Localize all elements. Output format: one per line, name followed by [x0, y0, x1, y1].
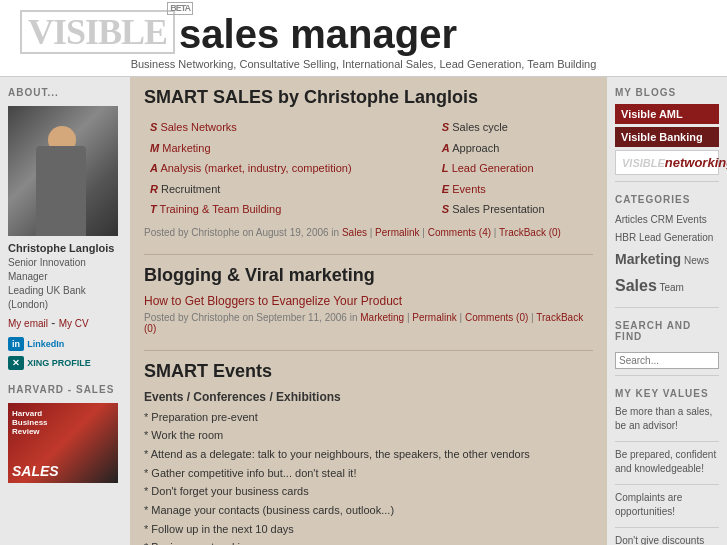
search-section: SEARCH AND FIND — [615, 320, 719, 369]
logo-visible: BETA VISIBLE — [20, 10, 175, 54]
net-text: networking — [665, 155, 727, 170]
comments-2[interactable]: Comments (0) — [465, 312, 528, 323]
training-link[interactable]: Training & Team Building — [160, 203, 282, 215]
list-item: * Preparation pre-event — [144, 408, 593, 427]
categories-section: CATEGORIES Articles CRM Events HBR Lead … — [615, 194, 719, 301]
visible-networking-link[interactable]: VISIBLEnetworking — [615, 150, 719, 175]
list-item: * Don't forget your business cards — [144, 482, 593, 501]
value-4: Don't give discounts too quickly! — [615, 534, 719, 545]
linkedin-label: LinkedIn — [27, 339, 64, 349]
list-item: * Gather competitive info but... don't s… — [144, 464, 593, 483]
about-label: ABOUT... — [8, 87, 122, 98]
permalink-1[interactable]: Permalink — [375, 227, 419, 238]
separator-2 — [144, 350, 593, 351]
marketing-cat-link[interactable]: Marketing — [360, 312, 404, 323]
cat-news[interactable]: News — [684, 255, 709, 266]
main-content: SMART SALES by Christophe Langlois S Sal… — [130, 77, 607, 545]
profile-title: Senior Innovation Manager Leading UK Ban… — [8, 256, 122, 312]
harvard-label: HARVARD - SALES — [8, 384, 122, 395]
value-3: Complaints are opportunities! — [615, 491, 719, 519]
values-section: MY KEY VALUES Be more than a sales, be a… — [615, 388, 719, 545]
comments-1[interactable]: Comments (4) — [428, 227, 491, 238]
cat-articles[interactable]: Articles — [615, 214, 648, 225]
visible-banking-link[interactable]: Visible Banking — [615, 127, 719, 147]
linkedin-area: in LinkedIn — [8, 334, 122, 351]
value-2: Be prepared, confident and knowledgeable… — [615, 448, 719, 476]
table-row: R Recruitment E Events — [146, 180, 591, 199]
harvard-image: HarvardBusinessReview SALES — [8, 403, 118, 483]
left-sidebar: ABOUT... Christophe Langlois Senior Inno… — [0, 77, 130, 545]
profile-photo — [8, 106, 118, 236]
marketing-link[interactable]: Marketing — [162, 142, 210, 154]
events-list: * Preparation pre-event * Work the room … — [144, 408, 593, 546]
layout: ABOUT... Christophe Langlois Senior Inno… — [0, 77, 727, 545]
xing-area: ✕ XING PROFILE — [8, 354, 122, 370]
cat-hbr[interactable]: HBR — [615, 232, 636, 243]
lead-gen-link[interactable]: Lead Generation — [452, 162, 534, 174]
category-links: Articles CRM Events HBR Lead Generation … — [615, 211, 719, 301]
cat-lead-gen[interactable]: Lead Generation — [639, 232, 714, 243]
header: BETA VISIBLE sales manager Business Netw… — [0, 0, 727, 77]
harvard-section: HARVARD - SALES HarvardBusinessReview SA… — [8, 384, 122, 483]
smart-sales-title: SMART SALES by Christophe Langlois — [144, 87, 593, 108]
val-div-1 — [615, 441, 719, 442]
separator-1 — [144, 254, 593, 255]
smart-table: S Sales Networks S Sales cycle M Marketi… — [144, 116, 593, 221]
categories-label: CATEGORIES — [615, 194, 719, 205]
events-subtitle: Events / Conferences / Exhibitions — [144, 390, 593, 404]
my-key-values-label: MY KEY VALUES — [615, 388, 719, 399]
my-blogs-label: MY BLOGS — [615, 87, 719, 98]
list-item: * Manage your contacts (business cards, … — [144, 501, 593, 520]
table-row: A Analysis (market, industry, competitio… — [146, 159, 591, 178]
value-1: Be more than a sales, be an advisor! — [615, 405, 719, 433]
harvard-sales-text: SALES — [12, 463, 59, 479]
profile-figure — [36, 146, 86, 236]
xing-label: XING PROFILE — [27, 358, 91, 368]
search-label: SEARCH AND FIND — [615, 320, 719, 342]
search-input[interactable] — [615, 352, 719, 369]
permalink-2[interactable]: Permalink — [412, 312, 456, 323]
smart-sales-section: SMART SALES by Christophe Langlois S Sal… — [144, 87, 593, 238]
cv-link[interactable]: My CV — [59, 318, 89, 329]
smart-post-meta: Posted by Christophe on August 19, 2006 … — [144, 227, 593, 238]
tagline: Business Networking, Consultative Sellin… — [20, 58, 707, 70]
list-item: * Business networking — [144, 538, 593, 545]
val-div-3 — [615, 527, 719, 528]
blogging-title: Blogging & Viral marketing — [144, 265, 593, 286]
profile-links: My email - My CV — [8, 316, 122, 330]
xing-badge[interactable]: ✕ — [8, 356, 24, 370]
cat-sales[interactable]: Sales — [615, 277, 657, 294]
trackback-1[interactable]: TrackBack (0) — [499, 227, 561, 238]
analysis-link[interactable]: Analysis (market, industry, competition) — [160, 162, 351, 174]
val-div-2 — [615, 484, 719, 485]
cat-events[interactable]: Events — [676, 214, 707, 225]
table-row: T Training & Team Building S Sales Prese… — [146, 200, 591, 219]
logo-area: BETA VISIBLE sales manager — [20, 10, 707, 54]
harvard-text: HarvardBusinessReview — [12, 409, 48, 436]
cat-team[interactable]: Team — [659, 282, 683, 293]
cat-crm[interactable]: CRM — [651, 214, 674, 225]
vis-text: VISIBLE — [622, 157, 665, 169]
email-link[interactable]: My email — [8, 318, 48, 329]
divider-2 — [615, 307, 719, 308]
blogging-section: Blogging & Viral marketing How to Get Bl… — [144, 265, 593, 334]
table-row: S Sales Networks S Sales cycle — [146, 118, 591, 137]
sales-networks-link[interactable]: Sales Networks — [160, 121, 236, 133]
divider-3 — [615, 375, 719, 376]
cat-marketing[interactable]: Marketing — [615, 251, 681, 267]
beta-tag: BETA — [167, 2, 193, 15]
linkedin-badge[interactable]: in — [8, 337, 24, 351]
events-link[interactable]: Events — [452, 183, 486, 195]
blogging-post-meta: Posted by Christophe on September 11, 20… — [144, 312, 593, 334]
blogging-article-link[interactable]: How to Get Bloggers to Evangelize Your P… — [144, 294, 402, 308]
sales-cat-link[interactable]: Sales — [342, 227, 367, 238]
list-item: * Attend as a delegate: talk to your nei… — [144, 445, 593, 464]
visible-aml-link[interactable]: Visible AML — [615, 104, 719, 124]
events-title: SMART Events — [144, 361, 593, 382]
table-row: M Marketing A Approach — [146, 139, 591, 158]
list-item: * Work the room — [144, 426, 593, 445]
smart-events-section: SMART Events Events / Conferences / Exhi… — [144, 361, 593, 546]
list-item: * Follow up in the next 10 days — [144, 520, 593, 539]
blog-badges: Visible AML Visible Banking VISIBLEnetwo… — [615, 104, 719, 175]
profile-name: Christophe Langlois — [8, 242, 122, 254]
